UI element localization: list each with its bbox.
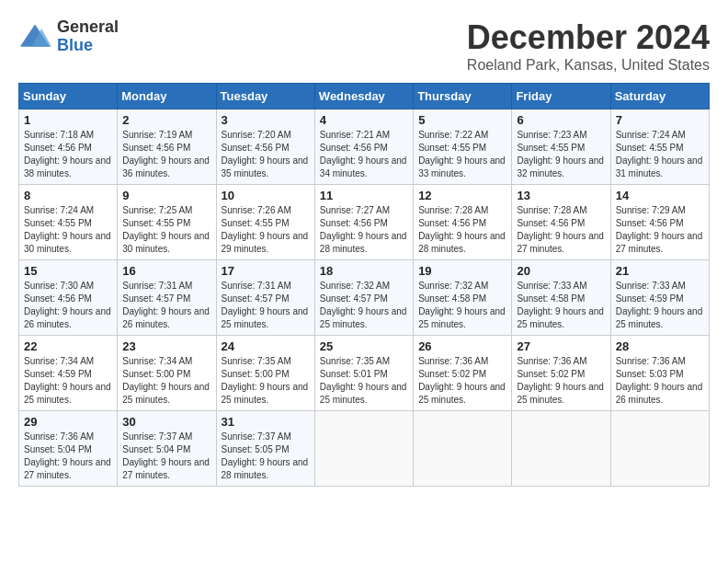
day-number: 12 [418,189,506,202]
day-number: 4 [320,113,408,127]
day-header-sunday: Sunday [19,84,118,109]
calendar-cell: 16Sunrise: 7:31 AMSunset: 4:57 PMDayligh… [118,260,216,336]
day-number: 8 [24,189,112,202]
week-row-3: 15Sunrise: 7:30 AMSunset: 4:56 PMDayligh… [19,260,710,336]
calendar-cell: 7Sunrise: 7:24 AMSunset: 4:55 PMDaylight… [610,109,709,185]
day-info: Sunrise: 7:29 AMSunset: 4:56 PMDaylight:… [616,204,704,256]
day-info: Sunrise: 7:31 AMSunset: 4:57 PMDaylight:… [122,280,210,331]
day-info: Sunrise: 7:37 AMSunset: 5:04 PMDaylight:… [122,431,210,482]
day-info: Sunrise: 7:24 AMSunset: 4:55 PMDaylight:… [616,129,704,180]
location: Roeland Park, Kansas, United States [467,57,710,74]
week-row-4: 22Sunrise: 7:34 AMSunset: 4:59 PMDayligh… [19,336,710,411]
day-info: Sunrise: 7:34 AMSunset: 5:00 PMDaylight:… [122,355,210,407]
calendar-cell: 26Sunrise: 7:36 AMSunset: 5:02 PMDayligh… [414,336,512,411]
title-area: December 2024 Roeland Park, Kansas, Unit… [467,18,710,74]
day-number: 18 [320,264,408,278]
calendar-cell: 14Sunrise: 7:29 AMSunset: 4:56 PMDayligh… [610,185,709,260]
logo-general: General [57,18,119,37]
day-header-saturday: Saturday [610,84,709,109]
day-header-friday: Friday [512,84,610,109]
day-info: Sunrise: 7:26 AMSunset: 4:55 PMDaylight:… [222,204,310,256]
day-number: 28 [616,339,704,353]
calendar-cell: 28Sunrise: 7:36 AMSunset: 5:03 PMDayligh… [610,336,709,411]
day-info: Sunrise: 7:27 AMSunset: 4:56 PMDaylight:… [320,204,408,256]
day-number: 15 [24,264,112,278]
day-number: 20 [517,264,605,278]
calendar-cell: 13Sunrise: 7:28 AMSunset: 4:56 PMDayligh… [512,185,610,260]
day-number: 21 [616,264,704,278]
calendar-cell: 17Sunrise: 7:31 AMSunset: 4:57 PMDayligh… [216,260,314,336]
calendar-cell [512,411,610,487]
day-info: Sunrise: 7:37 AMSunset: 5:05 PMDaylight:… [222,431,310,482]
calendar-cell: 23Sunrise: 7:34 AMSunset: 5:00 PMDayligh… [118,336,216,411]
calendar-cell: 15Sunrise: 7:30 AMSunset: 4:56 PMDayligh… [19,260,118,336]
day-info: Sunrise: 7:22 AMSunset: 4:55 PMDaylight:… [418,129,506,180]
logo-blue: Blue [57,37,119,55]
day-info: Sunrise: 7:24 AMSunset: 4:55 PMDaylight:… [24,204,112,256]
day-number: 26 [418,339,506,353]
header: General Blue December 2024 Roeland Park,… [18,18,710,74]
calendar-cell [414,411,512,487]
day-number: 24 [222,339,310,353]
day-number: 30 [122,415,210,429]
day-info: Sunrise: 7:23 AMSunset: 4:55 PMDaylight:… [517,129,605,180]
day-header-wednesday: Wednesday [314,84,413,109]
calendar-cell: 6Sunrise: 7:23 AMSunset: 4:55 PMDaylight… [512,109,610,185]
day-info: Sunrise: 7:32 AMSunset: 4:58 PMDaylight:… [418,280,506,331]
day-info: Sunrise: 7:33 AMSunset: 4:59 PMDaylight:… [616,280,704,331]
calendar-cell: 21Sunrise: 7:33 AMSunset: 4:59 PMDayligh… [610,260,709,336]
calendar-cell: 30Sunrise: 7:37 AMSunset: 5:04 PMDayligh… [118,411,216,487]
calendar-cell: 1Sunrise: 7:18 AMSunset: 4:56 PMDaylight… [19,109,118,185]
day-info: Sunrise: 7:25 AMSunset: 4:55 PMDaylight:… [122,204,210,256]
day-number: 11 [320,189,408,202]
calendar-cell: 24Sunrise: 7:35 AMSunset: 5:00 PMDayligh… [216,336,314,411]
day-number: 2 [122,113,210,127]
month-title: December 2024 [467,18,710,57]
calendar-cell [314,411,413,487]
day-number: 9 [122,189,210,202]
calendar-cell: 10Sunrise: 7:26 AMSunset: 4:55 PMDayligh… [216,185,314,260]
day-info: Sunrise: 7:18 AMSunset: 4:56 PMDaylight:… [24,129,112,180]
calendar-cell: 29Sunrise: 7:36 AMSunset: 5:04 PMDayligh… [19,411,118,487]
calendar-cell: 2Sunrise: 7:19 AMSunset: 4:56 PMDaylight… [118,109,216,185]
logo-icon [18,20,51,53]
calendar-cell [610,411,709,487]
calendar-cell: 3Sunrise: 7:20 AMSunset: 4:56 PMDaylight… [216,109,314,185]
calendar-cell: 18Sunrise: 7:32 AMSunset: 4:57 PMDayligh… [314,260,413,336]
day-info: Sunrise: 7:35 AMSunset: 5:01 PMDaylight:… [320,355,408,407]
day-number: 19 [418,264,506,278]
day-info: Sunrise: 7:36 AMSunset: 5:03 PMDaylight:… [616,355,704,407]
day-number: 6 [517,113,605,127]
calendar-table: SundayMondayTuesdayWednesdayThursdayFrid… [18,83,710,487]
calendar-cell: 5Sunrise: 7:22 AMSunset: 4:55 PMDaylight… [414,109,512,185]
day-header-thursday: Thursday [414,84,512,109]
day-info: Sunrise: 7:36 AMSunset: 5:02 PMDaylight:… [517,355,605,407]
day-info: Sunrise: 7:28 AMSunset: 4:56 PMDaylight:… [517,204,605,256]
calendar-cell: 11Sunrise: 7:27 AMSunset: 4:56 PMDayligh… [314,185,413,260]
calendar-cell: 9Sunrise: 7:25 AMSunset: 4:55 PMDaylight… [118,185,216,260]
day-info: Sunrise: 7:34 AMSunset: 4:59 PMDaylight:… [24,355,112,407]
day-info: Sunrise: 7:31 AMSunset: 4:57 PMDaylight:… [222,280,310,331]
day-number: 5 [418,113,506,127]
calendar-cell: 19Sunrise: 7:32 AMSunset: 4:58 PMDayligh… [414,260,512,336]
calendar-cell: 27Sunrise: 7:36 AMSunset: 5:02 PMDayligh… [512,336,610,411]
day-number: 10 [222,189,310,202]
day-info: Sunrise: 7:36 AMSunset: 5:04 PMDaylight:… [24,431,112,482]
day-number: 16 [122,264,210,278]
calendar-cell: 20Sunrise: 7:33 AMSunset: 4:58 PMDayligh… [512,260,610,336]
day-number: 29 [24,415,112,429]
week-row-5: 29Sunrise: 7:36 AMSunset: 5:04 PMDayligh… [19,411,710,487]
header-row: SundayMondayTuesdayWednesdayThursdayFrid… [19,84,710,109]
day-header-monday: Monday [118,84,216,109]
day-info: Sunrise: 7:36 AMSunset: 5:02 PMDaylight:… [418,355,506,407]
day-info: Sunrise: 7:19 AMSunset: 4:56 PMDaylight:… [122,129,210,180]
day-number: 17 [222,264,310,278]
day-info: Sunrise: 7:20 AMSunset: 4:56 PMDaylight:… [222,129,310,180]
day-number: 31 [222,415,310,429]
logo-text: General Blue [57,18,119,55]
day-number: 22 [24,339,112,353]
day-info: Sunrise: 7:28 AMSunset: 4:56 PMDaylight:… [418,204,506,256]
logo: General Blue [18,18,119,55]
day-number: 13 [517,189,605,202]
day-info: Sunrise: 7:32 AMSunset: 4:57 PMDaylight:… [320,280,408,331]
